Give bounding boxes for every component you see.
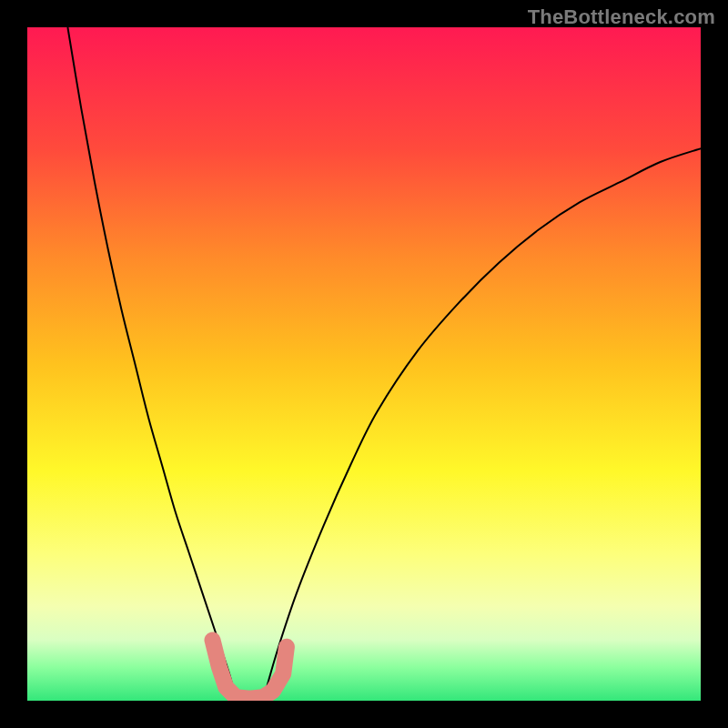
watermark-text: TheBottleneck.com — [528, 5, 715, 29]
chart-plot-area — [27, 27, 701, 701]
chart-svg — [27, 27, 701, 701]
left-curve-line — [67, 27, 236, 701]
bottleneck-marker — [213, 640, 287, 698]
right-curve-line — [263, 148, 701, 701]
